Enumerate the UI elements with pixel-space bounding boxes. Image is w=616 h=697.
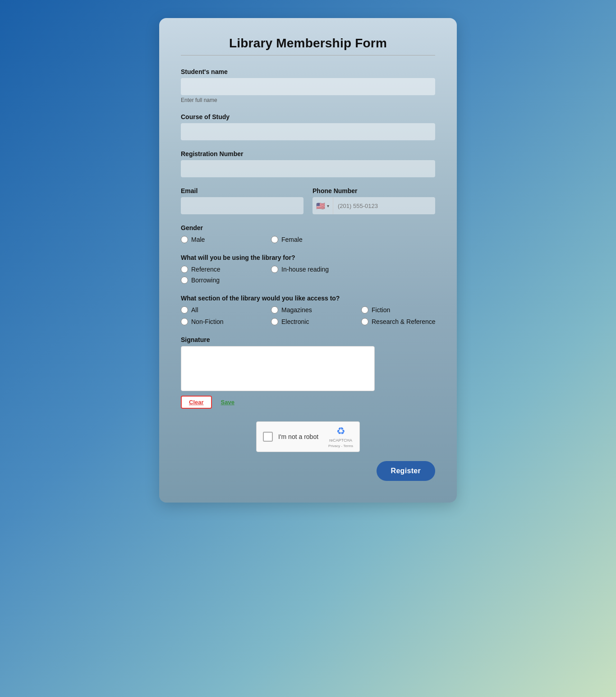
- section-magazines-option[interactable]: Magazines: [271, 306, 361, 314]
- section-magazines-radio[interactable]: [271, 306, 278, 314]
- form-footer: Register: [181, 461, 435, 481]
- country-selector[interactable]: 🇺🇸 ▾: [313, 197, 333, 214]
- title-divider: [181, 55, 435, 55]
- use-borrowing-label: Borrowing: [191, 277, 220, 284]
- dropdown-arrow-icon: ▾: [327, 203, 329, 208]
- student-name-group: Student's name Enter full name: [181, 68, 435, 103]
- gender-group: Gender Male Female: [181, 224, 435, 243]
- section-all-label: All: [191, 306, 198, 314]
- captcha-container: I'm not a robot ♻ reCAPTCHA Privacy - Te…: [181, 421, 435, 452]
- section-all-option[interactable]: All: [181, 306, 271, 314]
- section-magazines-label: Magazines: [281, 306, 312, 314]
- section-fiction-option[interactable]: Fiction: [361, 306, 451, 314]
- recaptcha-brand: reCAPTCHA: [329, 438, 352, 443]
- use-inhouse-option[interactable]: In-house reading: [271, 266, 361, 273]
- use-borrowing-radio[interactable]: [181, 277, 188, 284]
- section-fiction-label: Fiction: [372, 306, 390, 314]
- library-section-label: What section of the library would you li…: [181, 295, 435, 302]
- section-options-grid: All Magazines Fiction Non-Fiction Electr…: [181, 306, 435, 325]
- signature-clear-button[interactable]: Clear: [181, 396, 212, 409]
- captcha-main-text: I'm not a robot: [278, 433, 323, 440]
- gender-male-radio[interactable]: [181, 236, 188, 243]
- use-reference-radio[interactable]: [181, 266, 188, 273]
- form-card: Library Membership Form Student's name E…: [159, 18, 457, 503]
- phone-label: Phone Number: [313, 187, 435, 194]
- section-fiction-radio[interactable]: [361, 306, 368, 314]
- use-reference-label: Reference: [191, 266, 221, 273]
- captcha-box[interactable]: I'm not a robot ♻ reCAPTCHA Privacy - Te…: [256, 421, 360, 452]
- student-name-input[interactable]: [181, 78, 435, 95]
- register-button[interactable]: Register: [377, 461, 435, 481]
- library-use-label: What will you be using the library for?: [181, 254, 435, 261]
- email-label: Email: [181, 187, 303, 194]
- captcha-text-area: I'm not a robot: [278, 433, 323, 440]
- gender-label: Gender: [181, 224, 435, 231]
- section-electronic-option[interactable]: Electronic: [271, 318, 361, 325]
- gender-female-option[interactable]: Female: [271, 236, 361, 243]
- gender-female-radio[interactable]: [271, 236, 278, 243]
- section-nonfiction-label: Non-Fiction: [191, 318, 224, 325]
- use-borrowing-option[interactable]: Borrowing: [181, 277, 271, 284]
- registration-number-label: Registration Number: [181, 150, 435, 157]
- signature-save-button[interactable]: Save: [216, 396, 239, 409]
- email-phone-row: Email Phone Number 🇺🇸 ▾: [181, 187, 435, 224]
- course-of-study-input[interactable]: [181, 123, 435, 140]
- library-use-options: Reference In-house reading Borrowing: [181, 266, 435, 284]
- section-research-radio[interactable]: [361, 318, 368, 325]
- section-electronic-label: Electronic: [281, 318, 309, 325]
- library-section-group: What section of the library would you li…: [181, 295, 435, 325]
- recaptcha-links: Privacy - Terms: [328, 444, 353, 448]
- flag-icon: 🇺🇸: [316, 202, 325, 210]
- library-use-group: What will you be using the library for? …: [181, 254, 435, 284]
- email-group: Email: [181, 187, 303, 214]
- signature-canvas[interactable]: [181, 346, 375, 391]
- phone-input[interactable]: [333, 203, 435, 209]
- registration-number-input[interactable]: [181, 160, 435, 177]
- course-of-study-group: Course of Study: [181, 113, 435, 140]
- section-all-radio[interactable]: [181, 306, 188, 314]
- student-name-hint: Enter full name: [181, 97, 435, 103]
- captcha-checkbox[interactable]: [263, 432, 273, 442]
- phone-group: Phone Number 🇺🇸 ▾: [313, 187, 435, 214]
- section-nonfiction-option[interactable]: Non-Fiction: [181, 318, 271, 325]
- student-name-label: Student's name: [181, 68, 435, 75]
- gender-male-option[interactable]: Male: [181, 236, 271, 243]
- signature-buttons: Clear Save: [181, 396, 435, 409]
- form-title: Library Membership Form: [181, 36, 435, 51]
- signature-group: Signature Clear Save: [181, 336, 435, 409]
- course-of-study-label: Course of Study: [181, 113, 435, 120]
- section-research-option[interactable]: Research & Reference: [361, 318, 451, 325]
- signature-label: Signature: [181, 336, 435, 343]
- gender-options: Male Female: [181, 236, 435, 243]
- email-input[interactable]: [181, 197, 303, 214]
- gender-male-label: Male: [191, 236, 205, 243]
- use-inhouse-radio[interactable]: [271, 266, 278, 273]
- recaptcha-icon: ♻: [336, 425, 345, 437]
- captcha-logo-area: ♻ reCAPTCHA Privacy - Terms: [328, 425, 353, 448]
- gender-female-label: Female: [281, 236, 303, 243]
- section-electronic-radio[interactable]: [271, 318, 278, 325]
- use-reference-option[interactable]: Reference: [181, 266, 271, 273]
- registration-number-group: Registration Number: [181, 150, 435, 177]
- use-inhouse-label: In-house reading: [281, 266, 329, 273]
- section-research-label: Research & Reference: [372, 318, 436, 325]
- section-nonfiction-radio[interactable]: [181, 318, 188, 325]
- phone-wrapper: 🇺🇸 ▾: [313, 197, 435, 214]
